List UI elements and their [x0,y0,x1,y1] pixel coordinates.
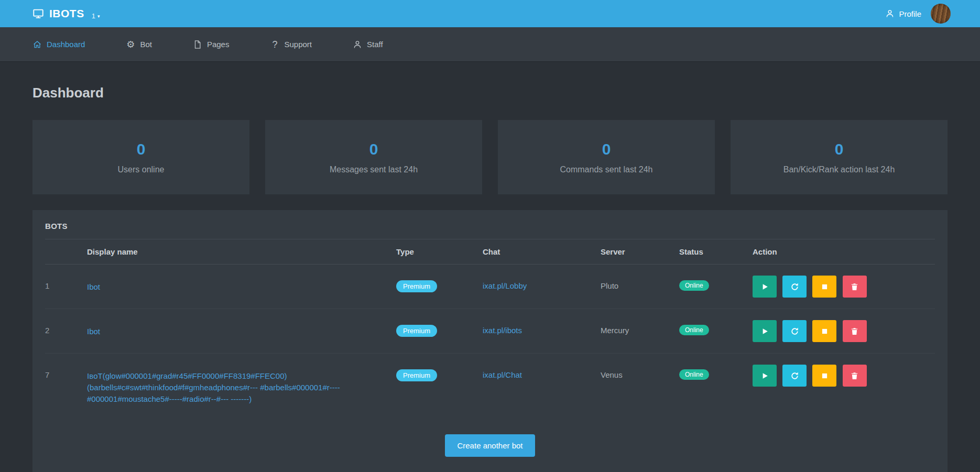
restart-bot-button[interactable] [782,365,807,387]
nav-item-support[interactable]: ? Support [270,40,312,49]
col-chat: Chat [483,239,601,265]
avatar[interactable] [931,4,951,24]
chat-link[interactable]: ixat.pl/ibots [483,326,522,335]
bots-panel: BOTS Display name Type Chat Server Statu… [32,210,948,472]
start-bot-button[interactable] [753,320,777,342]
bot-name-link[interactable]: IʙoT(glow#000001#grad#r45#FF0000#FF8319#… [87,371,340,403]
topbar-right: Profile [885,4,951,24]
chat-link[interactable]: ixat.pl/Lobby [483,281,527,290]
stop-bot-button[interactable] [812,276,836,298]
bot-index: 7 [45,354,87,421]
bot-count-value: 1 [92,12,95,20]
person-icon [885,9,895,18]
stat-card-actions: 0 Ban/Kick/Rank action last 24h [731,120,948,194]
bots-table-body: 1 Ibot Premium ixat.pl/Lobby Pluto Onlin… [45,265,935,421]
status-badge: Online [679,369,709,380]
refresh-icon [790,371,799,380]
bots-table: Display name Type Chat Server Status Act… [45,239,935,421]
col-status: Status [679,239,753,265]
stop-icon [820,371,829,380]
gear-icon: ⚙ [126,40,135,49]
main-content: Dashboard 0 Users online 0 Messages sent… [0,85,980,472]
stop-icon [820,327,829,336]
brand-title[interactable]: IBOTS [49,7,84,20]
nav-item-bot[interactable]: ⚙ Bot [126,40,152,49]
stat-card-messages: 0 Messages sent last 24h [265,120,482,194]
col-display-name: Display name [87,239,396,265]
start-bot-button[interactable] [753,276,777,298]
nav-label: Staff [367,40,383,49]
stat-value: 0 [835,140,844,158]
create-bot-area: Create another bot [45,434,935,457]
table-row: 1 Ibot Premium ixat.pl/Lobby Pluto Onlin… [45,265,935,309]
stat-value: 0 [137,140,146,158]
col-server: Server [601,239,679,265]
profile-label: Profile [899,9,921,18]
delete-bot-button[interactable] [843,320,867,342]
refresh-icon [790,282,799,291]
bot-index: 2 [45,309,87,354]
restart-bot-button[interactable] [782,276,807,298]
type-badge: Premium [396,325,437,337]
stop-bot-button[interactable] [812,365,836,387]
bot-name-link[interactable]: Ibot [87,327,100,336]
bot-index: 1 [45,265,87,309]
document-icon [193,40,202,49]
trash-icon [850,282,859,291]
table-row: 2 Ibot Premium ixat.pl/ibots Mercury Onl… [45,309,935,354]
nav-item-staff[interactable]: Staff [353,40,383,49]
nav-item-dashboard[interactable]: Dashboard [32,40,85,49]
stat-label: Commands sent last 24h [560,165,653,174]
col-action: Action [753,239,935,265]
col-type: Type [396,239,483,265]
table-row: 7 IʙoT(glow#000001#grad#r45#FF0000#FF831… [45,354,935,421]
stat-label: Ban/Kick/Rank action last 24h [783,165,895,174]
app-window: IBOTS 1 ▾ Profile [0,0,980,472]
stat-label: Messages sent last 24h [330,165,418,174]
chevron-down-icon: ▾ [97,14,100,19]
nav-label: Dashboard [47,40,85,49]
server-cell: Venus [601,354,679,421]
stat-label: Users online [118,165,165,174]
stop-bot-button[interactable] [812,320,836,342]
monitor-icon [32,8,44,19]
main-nav: Dashboard ⚙ Bot Pages ? Support [0,27,980,62]
chat-link[interactable]: ixat.pl/Chat [483,370,522,379]
stat-card-users-online: 0 Users online [32,120,249,194]
stat-card-commands: 0 Commands sent last 24h [498,120,715,194]
server-cell: Mercury [601,309,679,354]
type-badge: Premium [396,369,437,381]
home-icon [32,40,42,49]
stop-icon [820,282,829,291]
nav-label: Bot [140,40,152,49]
question-icon: ? [270,40,279,49]
col-index [45,239,87,265]
bot-count-dropdown[interactable]: 1 ▾ [92,12,100,20]
play-icon [760,371,769,380]
type-badge: Premium [396,280,437,292]
trash-icon [850,327,859,336]
nav-item-pages[interactable]: Pages [193,40,230,49]
person-icon [353,40,362,49]
delete-bot-button[interactable] [843,276,867,298]
play-icon [760,282,769,291]
restart-bot-button[interactable] [782,320,807,342]
trash-icon [850,371,859,380]
server-cell: Pluto [601,265,679,309]
play-icon [760,327,769,336]
stats-row: 0 Users online 0 Messages sent last 24h … [32,120,948,194]
table-header-row: Display name Type Chat Server Status Act… [45,239,935,265]
top-bar: IBOTS 1 ▾ Profile [0,0,980,27]
profile-button[interactable]: Profile [885,9,921,18]
status-badge: Online [679,325,709,335]
stat-value: 0 [369,140,378,158]
status-badge: Online [679,280,709,291]
bots-panel-title: BOTS [45,222,935,230]
nav-label: Support [284,40,312,49]
bot-name-link[interactable]: Ibot [87,282,100,291]
start-bot-button[interactable] [753,365,777,387]
create-bot-button[interactable]: Create another bot [445,434,535,457]
stat-value: 0 [602,140,611,158]
brand-area: IBOTS 1 ▾ [32,7,100,20]
delete-bot-button[interactable] [843,365,867,387]
